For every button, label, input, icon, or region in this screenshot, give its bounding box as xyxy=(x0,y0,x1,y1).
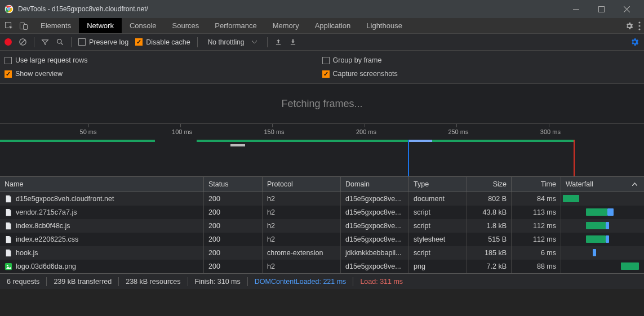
statusbar: 6 requests 239 kB transferred 238 kB res… xyxy=(0,273,644,289)
record-button[interactable] xyxy=(5,38,12,46)
table-row[interactable]: vendor.2715c7a7.js200h2d15e5gxpoc8ve...s… xyxy=(0,206,644,219)
tab-application[interactable]: Application xyxy=(307,18,359,33)
cell-type: script xyxy=(409,246,467,260)
col-time[interactable]: Time xyxy=(512,177,561,192)
timeline-marker xyxy=(230,144,245,146)
upload-har-icon[interactable] xyxy=(274,38,282,46)
status-load: Load: 311 ms xyxy=(360,278,403,286)
col-protocol[interactable]: Protocol xyxy=(263,177,341,192)
cell-time: 6 ms xyxy=(512,246,561,260)
timeline-overview[interactable]: 50 ms100 ms150 ms200 ms250 ms300 ms xyxy=(0,123,644,177)
cell-waterfall xyxy=(561,192,644,206)
preserve-log-checkbox[interactable]: Preserve log xyxy=(78,38,128,46)
search-icon[interactable] xyxy=(56,38,64,46)
show-overview-checkbox[interactable]: ✓Show overview xyxy=(5,70,322,78)
cell-domain: d15e5gxpoc8ve... xyxy=(341,260,409,273)
disable-cache-checkbox[interactable]: ✓Disable cache xyxy=(135,38,190,46)
group-frame-label: Group by frame xyxy=(333,56,382,64)
col-waterfall[interactable]: Waterfall xyxy=(561,177,644,192)
status-resources: 238 kB resources xyxy=(126,278,180,286)
timeline-tick: 200 ms xyxy=(365,124,365,127)
tab-performance[interactable]: Performance xyxy=(207,18,264,33)
titlebar: DevTools - d15e5gxpoc8veh.cloudfront.net… xyxy=(0,0,644,18)
cell-status: 200 xyxy=(204,206,263,219)
group-frame-checkbox[interactable]: Group by frame xyxy=(322,56,640,64)
large-rows-checkbox[interactable]: Use large request rows xyxy=(5,56,322,64)
inspect-icon[interactable] xyxy=(5,21,14,30)
cell-protocol: chrome-extension xyxy=(263,246,341,260)
table-header: Name Status Protocol Domain Type Size Ti… xyxy=(0,177,644,192)
cell-protocol: h2 xyxy=(263,192,341,206)
clear-icon[interactable] xyxy=(19,38,27,46)
timeline-bar xyxy=(197,140,409,142)
timeline-tick: 50 ms xyxy=(88,124,89,127)
cell-name: d15e5gxpoc8veh.cloudfront.net xyxy=(0,192,204,206)
cell-size: 43.8 kB xyxy=(467,206,512,219)
col-name[interactable]: Name xyxy=(0,177,204,192)
filter-icon[interactable] xyxy=(41,38,49,46)
status-requests: 6 requests xyxy=(7,278,39,286)
settings-icon[interactable] xyxy=(625,21,634,30)
disable-cache-label: Disable cache xyxy=(146,38,190,46)
frames-status: Fetching frames... xyxy=(0,84,644,123)
throttling-value: No throttling xyxy=(208,38,245,46)
col-size[interactable]: Size xyxy=(467,177,512,192)
tab-lighthouse[interactable]: Lighthouse xyxy=(358,18,410,33)
table-row[interactable]: hook.js200chrome-extensionjdkknkkbebbapi… xyxy=(0,246,644,260)
svg-point-19 xyxy=(7,265,8,266)
tab-console[interactable]: Console xyxy=(122,18,165,33)
tab-network[interactable]: Network xyxy=(79,18,122,33)
table-row[interactable]: logo.03d6d6da.png200h2d15e5gxpoc8ve...pn… xyxy=(0,260,644,273)
preserve-log-label: Preserve log xyxy=(89,38,128,46)
svg-point-11 xyxy=(638,28,640,30)
svg-line-13 xyxy=(21,40,25,44)
cell-time: 84 ms xyxy=(512,192,561,206)
cell-size: 515 B xyxy=(467,233,512,246)
timeline-tick: 250 ms xyxy=(456,124,457,127)
svg-point-14 xyxy=(57,39,62,44)
panel-tabs: ElementsNetworkConsoleSourcesPerformance… xyxy=(0,18,644,34)
timeline-bar xyxy=(409,140,432,142)
close-button[interactable] xyxy=(614,0,639,18)
cell-status: 200 xyxy=(204,233,263,246)
col-type[interactable]: Type xyxy=(409,177,467,192)
chevron-down-icon xyxy=(252,41,257,44)
tab-elements[interactable]: Elements xyxy=(33,18,79,33)
network-settings-icon[interactable] xyxy=(630,37,639,47)
cell-domain: d15e5gxpoc8ve... xyxy=(341,233,409,246)
cell-time: 113 ms xyxy=(512,206,561,219)
cell-waterfall xyxy=(561,246,644,260)
cell-name: hook.js xyxy=(0,246,204,260)
cell-type: document xyxy=(409,192,467,206)
screenshots-checkbox[interactable]: ✓Capture screenshots xyxy=(322,70,640,78)
status-finish: Finish: 310 ms xyxy=(195,278,241,286)
cell-protocol: h2 xyxy=(263,206,341,219)
cell-domain: d15e5gxpoc8ve... xyxy=(341,192,409,206)
timeline-bar xyxy=(432,140,574,142)
svg-rect-8 xyxy=(24,24,28,29)
timeline-tick: 300 ms xyxy=(549,124,549,127)
col-domain[interactable]: Domain xyxy=(341,177,409,192)
cell-status: 200 xyxy=(204,219,263,233)
svg-rect-17 xyxy=(291,44,295,44)
device-toggle-icon[interactable] xyxy=(19,21,28,30)
tab-memory[interactable]: Memory xyxy=(265,18,307,33)
cell-size: 185 kB xyxy=(467,246,512,260)
table-row[interactable]: d15e5gxpoc8veh.cloudfront.net200h2d15e5g… xyxy=(0,192,644,206)
download-har-icon[interactable] xyxy=(289,38,297,46)
more-icon[interactable] xyxy=(638,21,641,30)
tab-sources[interactable]: Sources xyxy=(165,18,207,33)
throttling-select[interactable]: No throttling xyxy=(205,37,261,47)
table-row[interactable]: index.8cb0f48c.js200h2d15e5gxpoc8ve...sc… xyxy=(0,219,644,233)
cell-size: 1.8 kB xyxy=(467,219,512,233)
col-status[interactable]: Status xyxy=(204,177,263,192)
cell-protocol: h2 xyxy=(263,219,341,233)
cell-protocol: h2 xyxy=(263,233,341,246)
status-transferred: 239 kB transferred xyxy=(54,278,112,286)
svg-point-10 xyxy=(638,25,640,26)
cell-waterfall xyxy=(561,206,644,219)
table-row[interactable]: index.e2206225.css200h2d15e5gxpoc8ve...s… xyxy=(0,233,644,246)
maximize-button[interactable] xyxy=(589,0,614,18)
chrome-icon xyxy=(5,5,14,14)
minimize-button[interactable] xyxy=(563,0,589,18)
